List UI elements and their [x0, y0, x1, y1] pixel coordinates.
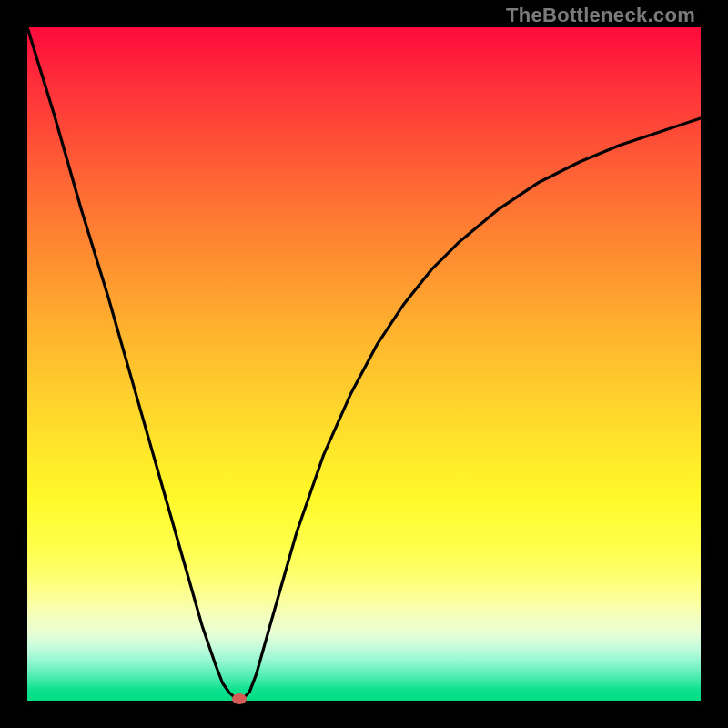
min-marker-dot [232, 693, 247, 704]
watermark: TheBottleneck.com [506, 4, 695, 27]
curve-svg [27, 27, 701, 701]
chart-frame: TheBottleneck.com [0, 0, 728, 728]
bottleneck-curve [27, 27, 701, 699]
plot-area [27, 27, 701, 701]
